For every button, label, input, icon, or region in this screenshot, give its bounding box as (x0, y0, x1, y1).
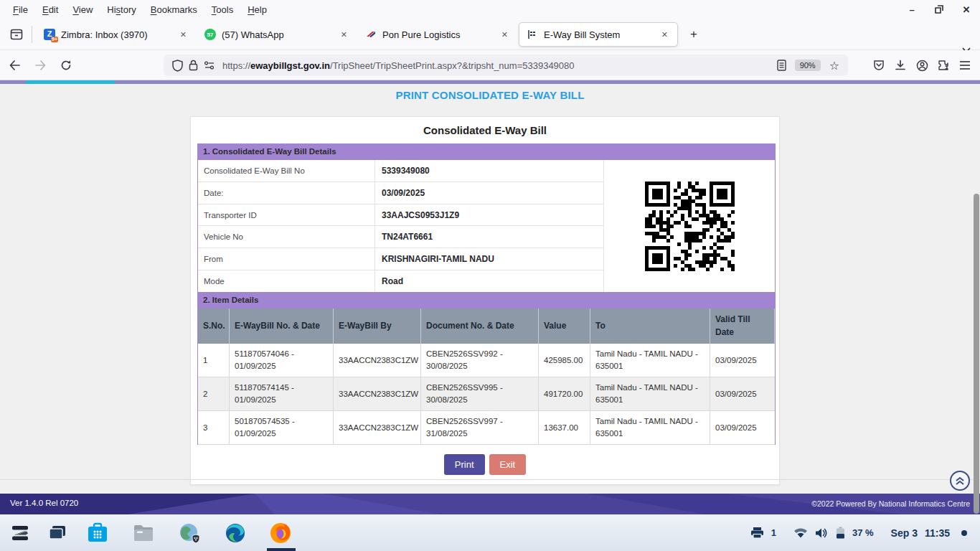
bookmark-star-icon[interactable]: ☆ (826, 59, 842, 72)
back-button[interactable] (3, 54, 26, 77)
item-cell: 03/09/2025 (710, 344, 775, 377)
page-divider (0, 479, 980, 480)
item-row: 3501870574535 - 01/09/202533AACCN2383C1Z… (198, 411, 775, 445)
detail-row: Date:03/09/2025 (198, 182, 603, 204)
tab-separator (32, 26, 32, 43)
taskbar-date[interactable]: Sep 3 (891, 527, 918, 539)
back-icon (9, 60, 21, 71)
url-scheme: https:// (222, 60, 250, 71)
copyright-label: ©2022 Powered By National Informatics Ce… (811, 499, 970, 508)
details-region: Consolidated E-Way Bill No5339349080Date… (197, 160, 776, 292)
item-cell: Tamil Nadu - TAMIL NADU - 635001 (590, 344, 710, 377)
reader-mode-icon[interactable] (774, 60, 789, 71)
restore-button[interactable] (931, 1, 947, 17)
page-top-strip-accent (26, 80, 115, 84)
minimize-button[interactable]: – (904, 1, 920, 17)
detail-value: 03/09/2025 (375, 188, 603, 198)
permissions-icon[interactable] (201, 61, 218, 70)
extensions-icon[interactable] (933, 55, 954, 76)
notification-dot-icon (961, 530, 967, 536)
tab-close-icon[interactable]: ✕ (658, 28, 672, 42)
url-text[interactable]: https://ewaybillgst.gov.in/TripSheet/Tri… (222, 60, 774, 71)
downloads-icon[interactable] (890, 55, 911, 76)
tab-zimbra[interactable]: Z9+Zimbra: Inbox (3970)✕ (37, 19, 196, 50)
volume-icon[interactable] (815, 527, 829, 539)
tab-close-icon[interactable]: ✕ (176, 28, 190, 42)
globe-browser-icon[interactable] (178, 522, 201, 545)
detail-row: Transporter ID33AAJCS0953J1Z9 (198, 204, 603, 227)
favicon-ponpure-icon (365, 29, 377, 40)
reload-button[interactable] (55, 54, 77, 77)
menu-item-tools[interactable]: Tools (204, 2, 240, 17)
version-label: Ver 1.4.0 Rel 0720 (10, 499, 78, 507)
favicon-whatsapp-icon: 57 (204, 29, 216, 40)
tracking-shield-icon[interactable] (169, 60, 186, 72)
tab-close-icon[interactable]: ✕ (498, 28, 512, 42)
print-button[interactable]: Print (444, 454, 485, 475)
double-chevron-up-icon (955, 476, 965, 486)
item-cell: 511870574145 - 01/09/2025 (230, 377, 334, 411)
page-top-strip (0, 80, 980, 84)
detail-row: FromKRISHNAGIRI-TAMIL NADU (198, 248, 603, 270)
new-tab-button[interactable]: + (684, 24, 704, 44)
navigation-toolbar: https://ewaybillgst.gov.in/TripSheet/Tri… (0, 50, 980, 80)
menu-item-view[interactable]: View (65, 2, 100, 17)
app-menu-icon[interactable] (9, 522, 32, 545)
toolbar-icons (868, 55, 976, 76)
window-controls: – ✕ (904, 1, 974, 17)
tab-bar: Z9+Zimbra: Inbox (3970)✕57(57) WhatsApp✕… (0, 19, 980, 50)
items-header-cell: E-WayBill By (334, 309, 421, 344)
scroll-to-top-button[interactable] (950, 471, 970, 491)
items-header-cell: S.No. (198, 309, 230, 344)
item-cell: 2 (198, 377, 230, 411)
tab-ponpure[interactable]: Pon Pure Logistics✕ (358, 19, 517, 50)
exit-button[interactable]: Exit (489, 454, 527, 475)
close-window-button[interactable]: ✕ (958, 1, 974, 17)
detail-row: Vehicle NoTN24AT6661 (198, 226, 603, 248)
card-title: Consolidated E-Way Bill (191, 124, 779, 136)
eway-bill-card: Consolidated E-Way Bill 1. Consolidated … (190, 116, 780, 485)
detail-label: From (198, 248, 375, 270)
pocket-icon[interactable] (868, 55, 890, 76)
zoom-level-badge[interactable]: 90% (795, 60, 821, 71)
qr-code (645, 182, 735, 271)
lock-icon[interactable] (186, 60, 201, 71)
detail-label: Date: (198, 182, 375, 204)
menu-item-edit[interactable]: Edit (35, 2, 65, 17)
menu-item-bookmarks[interactable]: Bookmarks (143, 2, 204, 17)
firefox-view-button[interactable] (6, 24, 27, 45)
file-manager-icon[interactable] (132, 522, 155, 545)
tab-title: Pon Pure Logistics (382, 29, 492, 40)
menu-item-help[interactable]: Help (240, 2, 274, 17)
printer-icon[interactable] (750, 527, 764, 539)
taskbar-time[interactable]: 11:35 (925, 527, 950, 539)
detail-label: Mode (198, 270, 375, 292)
item-cell: CBEN2526SSV995 - 30/08/2025 (421, 377, 539, 411)
url-bar[interactable]: https://ewaybillgst.gov.in/TripSheet/Tri… (164, 55, 848, 76)
section-header-details: 1. Consolidated E-Way Bill Details (197, 143, 776, 160)
menu-hamburger-icon[interactable] (954, 55, 976, 76)
item-cell: 13637.00 (539, 411, 590, 445)
account-icon[interactable] (911, 55, 933, 76)
items-table: S.No.E-WayBill No. & DateE-WayBill ByDoc… (197, 309, 776, 445)
edge-browser-icon[interactable] (224, 522, 247, 545)
menu-item-history[interactable]: History (100, 2, 143, 17)
battery-icon[interactable] (836, 527, 845, 539)
wifi-icon[interactable] (793, 527, 808, 538)
url-domain: ewaybillgst.gov.in (250, 60, 330, 71)
items-header-row: S.No.E-WayBill No. & DateE-WayBill ByDoc… (198, 309, 775, 344)
software-store-icon[interactable] (86, 522, 109, 545)
forward-button[interactable] (29, 54, 52, 77)
item-cell: 425985.00 (539, 344, 590, 377)
tab-ewaybill[interactable]: E-Way Bill System✕ (519, 22, 678, 47)
window-switcher-icon[interactable] (46, 522, 69, 545)
vertical-scrollbar-thumb[interactable] (974, 194, 979, 514)
tab-whatsapp[interactable]: 57(57) WhatsApp✕ (197, 19, 357, 50)
item-cell: 33AACCN2383C1ZW (334, 411, 421, 445)
restore-icon (935, 5, 943, 14)
tab-close-icon[interactable]: ✕ (337, 28, 351, 42)
item-cell: 03/09/2025 (710, 411, 775, 445)
menu-item-file[interactable]: File (6, 2, 35, 17)
detail-value: 33AAJCS0953J1Z9 (375, 210, 603, 220)
firefox-icon[interactable] (269, 522, 292, 545)
